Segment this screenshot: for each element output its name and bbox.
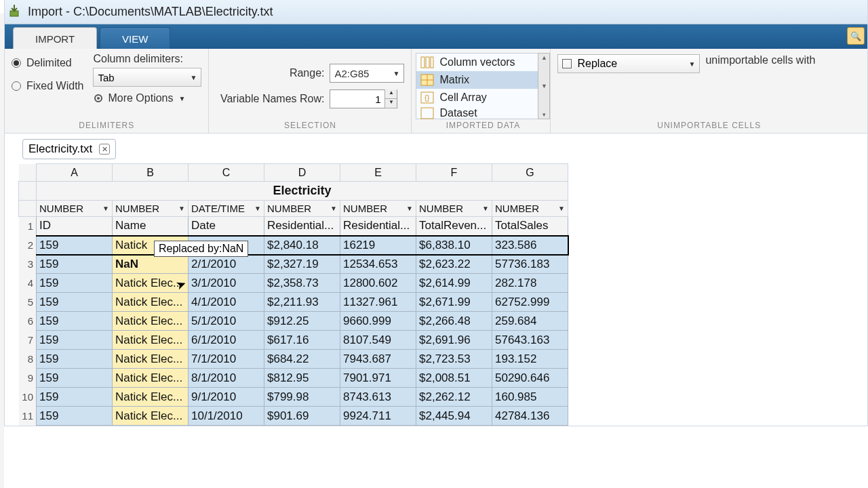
col-type-B[interactable]: NUMBER▼ (113, 201, 189, 217)
table-cell[interactable]: $2,358.73 (264, 274, 340, 293)
col-header-G[interactable]: G (492, 164, 568, 182)
table-cell[interactable]: 282.178 (492, 274, 568, 293)
table-cell[interactable]: $2,327.19 (264, 255, 340, 274)
varrow-spinner[interactable]: ▲▼ (330, 89, 397, 108)
table-cell[interactable]: $6,838.10 (416, 236, 492, 255)
col-type-F[interactable]: NUMBER▼ (416, 201, 492, 217)
col-header-F[interactable]: F (416, 164, 492, 182)
table-cell[interactable]: Natick Elec... (113, 293, 189, 312)
table-cell[interactable]: 159 (37, 369, 113, 388)
row-number[interactable]: 2 (19, 236, 37, 255)
delimiter-dropdown[interactable]: Tab ▼ (93, 68, 201, 87)
row-number[interactable]: 6 (19, 312, 37, 331)
table-cell[interactable]: 62752.999 (492, 293, 568, 312)
table-cell[interactable]: 6/1/2010 (189, 331, 264, 350)
table-cell[interactable]: 193.152 (492, 350, 568, 369)
table-cell[interactable]: 259.684 (492, 312, 568, 331)
import-type-scrollbar[interactable]: ▲▼▾ (538, 53, 550, 119)
table-cell[interactable]: 9660.999 (340, 312, 416, 331)
table-cell[interactable]: $2,262.12 (416, 388, 492, 407)
col-header-C[interactable]: C (189, 164, 264, 182)
table-cell[interactable]: 42784.136 (492, 407, 568, 426)
table-cell[interactable]: 12800.602 (340, 274, 416, 293)
table-cell[interactable]: 159 (37, 331, 113, 350)
table-cell[interactable]: 57736.183 (492, 255, 568, 274)
col-type-A[interactable]: NUMBER▼ (37, 201, 113, 217)
header-cell[interactable]: Residential... (340, 217, 416, 236)
table-cell[interactable]: $2,614.99 (416, 274, 492, 293)
table-cell[interactable]: 5/1/2010 (189, 312, 264, 331)
row-number[interactable]: 4 (19, 274, 37, 293)
table-cell[interactable]: $684.22 (264, 350, 340, 369)
table-cell[interactable]: Natick Elec... (113, 369, 189, 388)
table-cell[interactable]: 9924.711 (340, 407, 416, 426)
table-cell[interactable]: 159 (37, 293, 113, 312)
import-type-matrix[interactable]: Matrix (416, 71, 538, 89)
range-dropdown[interactable]: A2:G85 ▼ (330, 64, 404, 83)
table-cell[interactable]: 57643.163 (492, 331, 568, 350)
radio-fixedwidth[interactable]: Fixed Width (12, 80, 83, 92)
import-type-column-vectors[interactable]: Column vectors (416, 54, 538, 71)
table-cell[interactable]: 159 (37, 274, 113, 293)
table-cell[interactable]: 159 (37, 350, 113, 369)
table-cell[interactable]: Natick Elec... (113, 388, 189, 407)
col-type-C[interactable]: DATE/TIME▼ (189, 201, 264, 217)
table-cell[interactable]: 4/1/2010 (189, 293, 264, 312)
table-cell[interactable]: 159 (37, 388, 113, 407)
import-type-dataset[interactable]: Dataset (416, 106, 538, 120)
header-cell[interactable]: ID (37, 217, 113, 236)
table-cell[interactable]: 3/1/2010 (189, 274, 264, 293)
table-cell[interactable]: $912.25 (264, 312, 340, 331)
table-cell[interactable]: 8107.549 (340, 331, 416, 350)
col-header-B[interactable]: B (113, 164, 189, 182)
table-cell[interactable]: 9/1/2010 (189, 388, 264, 407)
col-header-E[interactable]: E (340, 164, 416, 182)
table-cell[interactable]: Natick Elec... (113, 331, 189, 350)
table-cell[interactable]: 323.586 (492, 236, 568, 255)
table-cell[interactable]: 11327.961 (340, 293, 416, 312)
table-cell[interactable]: $2,671.99 (416, 293, 492, 312)
table-cell[interactable]: $617.16 (264, 331, 340, 350)
row-number[interactable]: 3 (19, 255, 37, 274)
table-cell[interactable]: 16219 (340, 236, 416, 255)
table-cell[interactable]: $2,008.51 (416, 369, 492, 388)
row-number[interactable]: 1 (19, 217, 37, 236)
replace-dropdown[interactable]: Replace ▼ (557, 54, 700, 73)
table-cell[interactable]: Natick Elec... (113, 350, 189, 369)
table-cell[interactable]: $2,211.93 (264, 293, 340, 312)
table-cell[interactable]: $2,840.18 (264, 236, 340, 255)
header-cell[interactable]: TotalSales (492, 217, 568, 236)
col-type-D[interactable]: NUMBER▼ (264, 201, 340, 217)
import-type-cell-array[interactable]: {} Cell Array (416, 89, 538, 106)
radio-delimited[interactable]: Delimited (12, 57, 83, 69)
table-cell[interactable]: Natick Elec... (113, 312, 189, 331)
table-cell[interactable]: 160.985 (492, 388, 568, 407)
col-header-A[interactable]: A (37, 164, 113, 182)
row-number[interactable]: 10 (19, 388, 37, 407)
row-number[interactable]: 8 (19, 350, 37, 369)
table-cell[interactable]: $812.95 (264, 369, 340, 388)
table-cell[interactable]: 159 (37, 407, 113, 426)
table-cell[interactable]: $2,691.96 (416, 331, 492, 350)
table-cell[interactable]: $2,445.94 (416, 407, 492, 426)
spinner-buttons[interactable]: ▲▼ (384, 89, 397, 108)
table-cell[interactable]: 7901.971 (340, 369, 416, 388)
tab-view[interactable]: VIEW (100, 27, 170, 49)
file-tab-electricity[interactable]: Electricity.txt ✕ (22, 139, 116, 159)
col-header-D[interactable]: D (264, 164, 340, 182)
close-icon[interactable]: ✕ (99, 144, 110, 155)
col-type-G[interactable]: NUMBER▼ (492, 201, 568, 217)
table-cell[interactable]: Natick Elec... (113, 407, 189, 426)
row-number[interactable]: 7 (19, 331, 37, 350)
table-cell[interactable]: 159 (37, 236, 113, 255)
table-cell[interactable]: $2,723.53 (416, 350, 492, 369)
table-cell[interactable]: $799.98 (264, 388, 340, 407)
table-cell[interactable]: 7943.687 (340, 350, 416, 369)
header-cell[interactable]: Name (113, 217, 189, 236)
table-cell[interactable]: 2/1/2010 (189, 255, 264, 274)
table-cell[interactable]: 8743.613 (340, 388, 416, 407)
col-type-E[interactable]: NUMBER▼ (340, 201, 416, 217)
row-number[interactable]: 5 (19, 293, 37, 312)
table-cell[interactable]: 12534.653 (340, 255, 416, 274)
tab-import[interactable]: IMPORT (13, 27, 97, 49)
